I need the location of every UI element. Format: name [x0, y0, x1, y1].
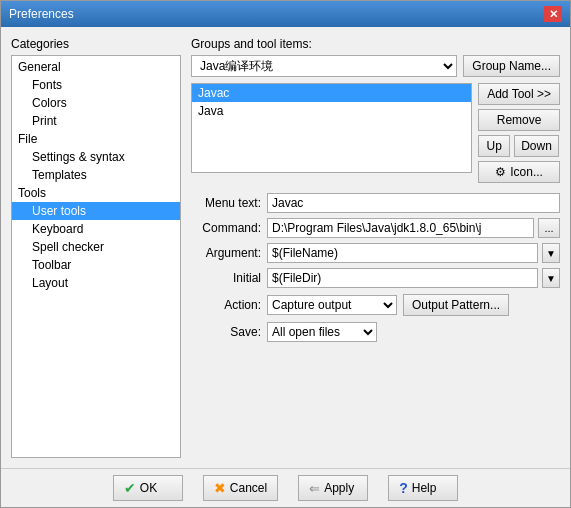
bottom-bar: ✔ OK ✖ Cancel ⇐ Apply ? Help: [1, 468, 570, 507]
tree-item-general[interactable]: General: [12, 58, 180, 76]
add-tool-button[interactable]: Add Tool >>: [478, 83, 560, 105]
apply-button[interactable]: ⇐ Apply: [298, 475, 368, 501]
tree-item-print[interactable]: Print: [12, 112, 180, 130]
icon-button-label: Icon...: [510, 165, 543, 179]
command-label: Command:: [191, 221, 261, 235]
form-grid: Menu text: Command: ... Argument: ▼ Ini: [191, 193, 560, 288]
cancel-label: Cancel: [230, 481, 267, 495]
menu-text-row: [267, 193, 560, 213]
tree-item-usertools[interactable]: User tools: [12, 202, 180, 220]
icon-button[interactable]: ⚙ Icon...: [478, 161, 560, 183]
remove-button[interactable]: Remove: [478, 109, 560, 131]
menu-text-label: Menu text:: [191, 196, 261, 210]
gear-icon: ⚙: [495, 165, 506, 179]
initial-input[interactable]: [267, 268, 538, 288]
tree-item-layout[interactable]: Layout: [12, 274, 180, 292]
right-panel: Groups and tool items: Java编译环境 Group Na…: [191, 37, 560, 458]
help-label: Help: [412, 481, 437, 495]
up-button[interactable]: Up: [478, 135, 510, 157]
tree-item-settings[interactable]: Settings & syntax: [12, 148, 180, 166]
ok-icon: ✔: [124, 480, 136, 496]
ok-label: OK: [140, 481, 157, 495]
tree-item-keyboard[interactable]: Keyboard: [12, 220, 180, 238]
save-label: Save:: [191, 325, 261, 339]
tree-item-spellchecker[interactable]: Spell checker: [12, 238, 180, 256]
action-dropdown[interactable]: Capture output: [267, 295, 397, 315]
cancel-button[interactable]: ✖ Cancel: [203, 475, 278, 501]
initial-row: ▼: [267, 268, 560, 288]
categories-tree: General Fonts Colors Print File Settings…: [11, 55, 181, 458]
content-area: Categories General Fonts Colors Print Fi…: [1, 27, 570, 468]
tree-item-file[interactable]: File: [12, 130, 180, 148]
argument-input[interactable]: [267, 243, 538, 263]
command-row: ...: [267, 218, 560, 238]
tools-list: Javac Java: [191, 83, 472, 173]
help-button[interactable]: ? Help: [388, 475, 458, 501]
help-icon: ?: [399, 480, 408, 496]
command-browse-button[interactable]: ...: [538, 218, 560, 238]
tools-list-row: Javac Java Add Tool >> Remove Up Down ⚙ …: [191, 83, 560, 183]
tool-item-javac[interactable]: Javac: [192, 84, 471, 102]
groups-section: Groups and tool items: Java编译环境 Group Na…: [191, 37, 560, 77]
group-name-button[interactable]: Group Name...: [463, 55, 560, 77]
output-pattern-button[interactable]: Output Pattern...: [403, 294, 509, 316]
tree-item-templates[interactable]: Templates: [12, 166, 180, 184]
save-row: Save: All open files: [191, 322, 560, 342]
close-button[interactable]: ✕: [544, 6, 562, 22]
tree-item-colors[interactable]: Colors: [12, 94, 180, 112]
tool-item-java[interactable]: Java: [192, 102, 471, 120]
group-dropdown[interactable]: Java编译环境: [191, 55, 457, 77]
action-label: Action:: [191, 298, 261, 312]
up-down-row: Up Down: [478, 135, 560, 157]
down-button[interactable]: Down: [514, 135, 559, 157]
apply-label: Apply: [324, 481, 354, 495]
left-panel: Categories General Fonts Colors Print Fi…: [11, 37, 181, 458]
tree-item-fonts[interactable]: Fonts: [12, 76, 180, 94]
argument-label: Argument:: [191, 246, 261, 260]
ok-button[interactable]: ✔ OK: [113, 475, 183, 501]
initial-dropdown-button[interactable]: ▼: [542, 268, 560, 288]
window-title: Preferences: [9, 7, 74, 21]
initial-label: Initial: [191, 271, 261, 285]
categories-label: Categories: [11, 37, 181, 51]
title-bar: Preferences ✕: [1, 1, 570, 27]
command-input[interactable]: [267, 218, 534, 238]
cancel-icon: ✖: [214, 480, 226, 496]
tools-buttons: Add Tool >> Remove Up Down ⚙ Icon...: [478, 83, 560, 183]
save-dropdown[interactable]: All open files: [267, 322, 377, 342]
groups-row: Java编译环境 Group Name...: [191, 55, 560, 77]
argument-dropdown-button[interactable]: ▼: [542, 243, 560, 263]
action-row: Action: Capture output Output Pattern...: [191, 294, 560, 316]
argument-row: ▼: [267, 243, 560, 263]
menu-text-input[interactable]: [267, 193, 560, 213]
apply-icon: ⇐: [309, 481, 320, 496]
tree-item-toolbar[interactable]: Toolbar: [12, 256, 180, 274]
preferences-window: Preferences ✕ Categories General Fonts C…: [0, 0, 571, 508]
tree-item-tools[interactable]: Tools: [12, 184, 180, 202]
groups-label: Groups and tool items:: [191, 37, 560, 51]
